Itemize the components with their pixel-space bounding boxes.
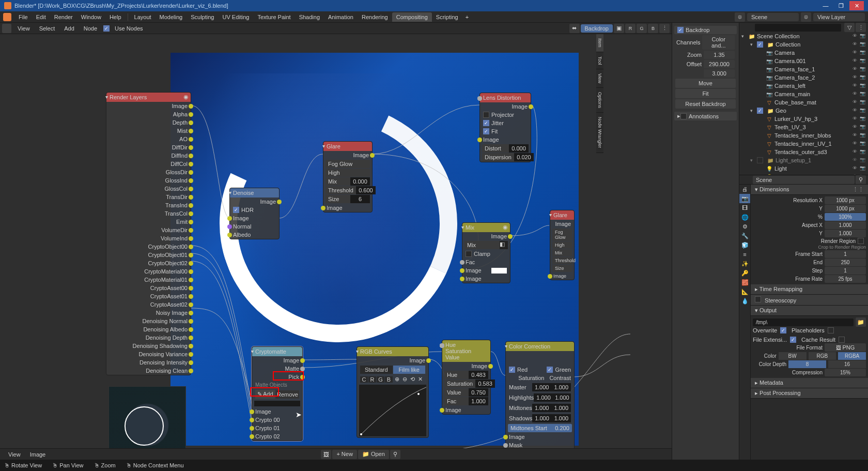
scene-selector[interactable]: Scene <box>747 13 799 21</box>
props-tab-11[interactable]: 📐 <box>739 287 750 296</box>
outliner-row-camera_left[interactable]: 📷Camera_left👁📷 <box>739 82 868 90</box>
ie-image[interactable]: Image <box>27 451 49 458</box>
image-open-button[interactable]: 📁 Open <box>358 450 389 459</box>
outliner-row-lurker_uv_hp_3[interactable]: ▽Lurker_UV_hp_3👁📷 <box>739 115 868 123</box>
props-tab-8[interactable]: ✨ <box>739 259 750 268</box>
backdrop-toggle[interactable]: Backdrop <box>581 24 613 33</box>
backdrop-fit-button[interactable]: Fit <box>675 89 736 98</box>
outliner-row-collection[interactable]: ▾✓📁Collection👁📷 <box>739 40 868 49</box>
channel-g-icon[interactable]: G <box>637 24 647 33</box>
workspace-add-button[interactable]: + <box>462 12 472 22</box>
outliner-row-tentacles_inner_uv_1[interactable]: ▽Tentacles_inner_UV_1👁📷 <box>739 140 868 148</box>
compositor-editor[interactable]: View Select Add Node ✓ Use Nodes ⬌ Backd… <box>0 23 672 460</box>
render-layers-node[interactable]: ▾Render Layers◉ ImageAlphaDepthMistAODif… <box>106 92 191 375</box>
npanel-tab-node-wrangler[interactable]: Node Wrangler <box>596 113 603 153</box>
npanel-tab-tool[interactable]: Tool <box>596 52 603 70</box>
menu-file[interactable]: File <box>14 14 32 20</box>
close-button[interactable]: ✕ <box>849 1 864 10</box>
outliner-row-scene-collection[interactable]: ▾📁Scene Collection👁📷 <box>739 32 868 40</box>
rgb-curves-node[interactable]: ▾RGB Curves Image StandardFilm like C R … <box>357 346 429 438</box>
glare-node[interactable]: ▾Glare Image Fog Glow High Mix0.000 Thre… <box>323 141 373 212</box>
image-new-button[interactable]: + New <box>332 450 357 459</box>
pin-icon[interactable]: ⬌ <box>569 24 580 33</box>
outliner-filter-icon[interactable]: ▽ <box>844 23 855 32</box>
workspace-tab-texture-paint[interactable]: Texture Paint <box>253 12 295 22</box>
workspace-tab-shading[interactable]: Shading <box>295 12 324 22</box>
outliner-row-light_setup_1[interactable]: ▾📁Light_setup_1👁📷 <box>739 156 868 164</box>
backdrop-move-button[interactable]: Move <box>675 79 736 88</box>
props-tab-10[interactable]: 🧱 <box>739 278 750 287</box>
props-tab-0[interactable]: 🖨 <box>739 185 750 194</box>
ne-view[interactable]: View <box>14 25 33 32</box>
props-tab-6[interactable]: 🧊 <box>739 240 750 250</box>
metadata-header[interactable]: ▸ Metadata <box>751 378 868 388</box>
workspace-tab-compositing[interactable]: Compositing <box>392 12 432 22</box>
curve-widget[interactable] <box>359 385 426 436</box>
props-scene-selector[interactable]: Scene <box>753 176 855 184</box>
menu-render[interactable]: Render <box>50 14 77 20</box>
ne-node[interactable]: Node <box>81 25 100 32</box>
options-icon[interactable]: ⋮ <box>659 24 670 33</box>
scene-browse-icon[interactable]: ⛭ <box>735 12 745 22</box>
hsv-node[interactable]: ▾Hue Saturation Value Image Hue0.483 Sat… <box>442 340 491 415</box>
matte-id-field[interactable] <box>254 401 300 406</box>
outliner-row-geo[interactable]: ▾✓📁Geo👁📷 <box>739 107 868 115</box>
backdrop-reset-button[interactable]: Reset Backdrop <box>675 99 736 109</box>
npanel-tab-item[interactable]: Item <box>596 34 603 52</box>
ne-add[interactable]: Add <box>61 25 78 32</box>
outliner-row-camera[interactable]: 📷Camera👁📷 <box>739 49 868 57</box>
workspace-tab-modeling[interactable]: Modeling <box>156 12 187 22</box>
workspace-tab-animation[interactable]: Animation <box>324 12 358 22</box>
outliner-row-teeth_uv_3[interactable]: ▽Teeth_UV_3👁📷 <box>739 123 868 131</box>
compositor-canvas[interactable]: ▾Render Layers◉ ImageAlphaDepthMistAODif… <box>0 34 672 460</box>
props-tab-5[interactable]: 🔧 <box>739 231 750 240</box>
editor-type-selector[interactable] <box>2 24 11 33</box>
denoise-node[interactable]: ▾Denoise Image ✓HDR Image Normal Albedo <box>229 188 280 239</box>
props-tab-2[interactable]: 🎞 <box>739 203 750 212</box>
menu-window[interactable]: Window <box>77 14 105 20</box>
npanel-tab-options[interactable]: Options <box>596 88 603 113</box>
outliner-row-tentacles_inner_blobs[interactable]: ▽Tentacles_inner_blobs👁📷 <box>739 131 868 140</box>
viewlayer-selector[interactable]: View Layer <box>813 13 865 21</box>
outliner-row-cube_base_mat[interactable]: ▽Cube_base_mat👁📷 <box>739 98 868 107</box>
layer-browse-icon[interactable]: ⛭ <box>801 12 811 22</box>
workspace-tab-layout[interactable]: Layout <box>130 12 156 22</box>
props-tab-12[interactable]: 💧 <box>739 296 750 306</box>
time-remap-header[interactable]: ▸ Time Remapping <box>751 284 868 295</box>
glare-node-2[interactable]: ▾Glare Image Fog Glow High Mix Threshold… <box>550 210 575 280</box>
workspace-tab-rendering[interactable]: Rendering <box>358 12 392 22</box>
channel-b-icon[interactable]: B <box>648 24 658 33</box>
outliner-row-camera_main[interactable]: 📷Camera_main👁📷 <box>739 90 868 98</box>
outliner-row-light[interactable]: 💡Light👁📷 <box>739 164 868 173</box>
ne-select[interactable]: Select <box>36 25 58 32</box>
image-pin-icon[interactable]: ⚲ <box>390 450 400 459</box>
props-tab-9[interactable]: 🔑 <box>739 268 750 278</box>
post-header[interactable]: ▸ Post Processing <box>751 388 868 399</box>
workspace-tab-scripting[interactable]: Scripting <box>432 12 462 22</box>
minimize-button[interactable]: — <box>818 1 833 10</box>
output-folder-icon[interactable]: 📁 <box>856 317 866 327</box>
outliner-search[interactable] <box>755 24 841 32</box>
output-header[interactable]: ▾ Output <box>751 306 868 316</box>
menu-edit[interactable]: Edit <box>32 14 50 20</box>
outliner-row-tentacles_outer_sd3[interactable]: ▽Tentacles_outer_sd3👁📷 <box>739 148 868 156</box>
image-browse-icon[interactable]: 🖼 <box>321 450 331 459</box>
props-tab-4[interactable]: ⚙ <box>739 222 750 231</box>
lens-distortion-node[interactable]: ▾Lens Distortion Image Projector ✓Jitter… <box>479 93 531 162</box>
color-correction-node[interactable]: ▾Color Correction ✓Red✓Green SaturationC… <box>505 341 575 450</box>
restore-button[interactable]: ❐ <box>834 1 848 10</box>
cryptomatte-remove-button[interactable]: Remove <box>276 390 299 399</box>
props-pin-icon[interactable]: ⚲ <box>856 175 866 185</box>
channel-r-icon[interactable]: R <box>625 24 636 33</box>
annotations-section-header[interactable]: ▸ Annotations <box>674 112 737 120</box>
outliner-row-camera_face_1[interactable]: 📷Camera_face_1👁📷 <box>739 65 868 73</box>
workspace-tab-uv-editing[interactable]: UV Editing <box>218 12 253 22</box>
use-nodes-checkbox[interactable]: ✓ <box>103 25 110 32</box>
backdrop-section-header[interactable]: ✓Backdrop <box>674 26 737 34</box>
dimensions-header[interactable]: ▾ Dimensions⋮⋮ <box>751 185 868 195</box>
outliner-new-icon[interactable]: ⋮ <box>856 23 866 32</box>
snapping-icon[interactable]: ▣ <box>614 24 624 33</box>
props-tab-7[interactable]: ≡ <box>739 250 750 259</box>
outliner-row-camera-001[interactable]: 📷Camera.001👁📷 <box>739 57 868 65</box>
menu-help[interactable]: Help <box>105 14 126 20</box>
